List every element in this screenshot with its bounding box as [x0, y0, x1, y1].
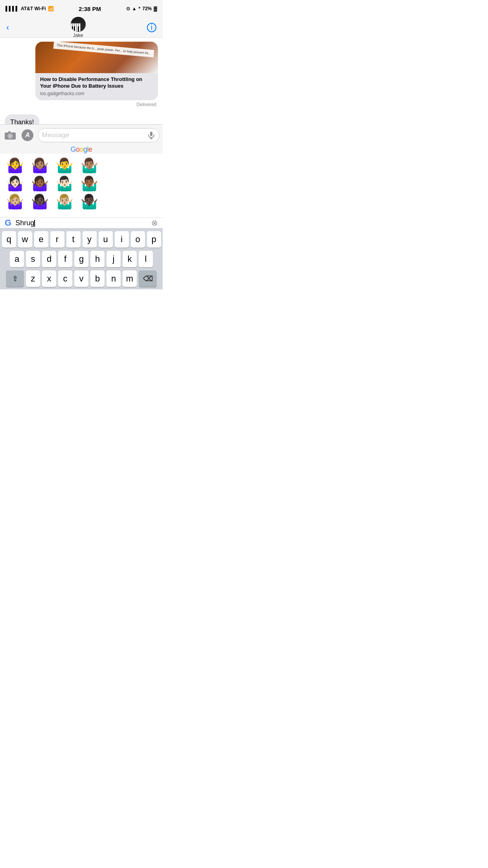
apps-button[interactable]: A — [20, 128, 35, 142]
key-z[interactable]: z — [26, 270, 40, 287]
key-e[interactable]: e — [34, 231, 48, 248]
key-h[interactable]: h — [90, 251, 105, 267]
mic-icon[interactable] — [147, 131, 155, 139]
emoji-shrug-9[interactable]: 🤷🏼‍♀️ — [6, 195, 24, 209]
input-bar: A Message — [0, 124, 163, 145]
black-key — [78, 26, 79, 32]
carrier-label: AT&T Wi-Fi — [21, 6, 46, 11]
keyboard-search-bar[interactable]: G Shrug ⊗ — [0, 217, 163, 228]
key-x[interactable]: x — [42, 270, 56, 287]
key-f[interactable]: f — [58, 251, 72, 267]
key-v[interactable]: v — [74, 270, 88, 287]
key-row-1: q w e r t y u i o p — [1, 231, 161, 248]
g-letter-yellow: o — [79, 145, 83, 153]
location-icon: ▲ — [132, 6, 137, 11]
black-key — [72, 26, 73, 32]
key-n[interactable]: n — [106, 270, 121, 287]
contact-info[interactable]: Jake — [71, 17, 86, 38]
link-image-overlay: This iPhone because the b... peak power.… — [53, 42, 154, 57]
text-cursor — [34, 220, 35, 227]
status-bar: ▌▌▌▌ AT&T Wi-Fi 📶 2:38 PM ⊙ ▲ * 72% ▓ — [0, 0, 163, 17]
keyboard-area: q w e r t y u i o p a s d f g h j k l ⇧ … — [0, 228, 163, 289]
key-j[interactable]: j — [106, 251, 121, 267]
google-logo: Google — [70, 145, 92, 154]
search-typed[interactable]: Shrug — [15, 219, 147, 227]
emoji-shrug-11[interactable]: 🤷🏼‍♂️ — [56, 195, 73, 209]
message-placeholder: Message — [42, 131, 147, 139]
google-header: Google — [0, 145, 163, 154]
google-g-logo: G — [5, 218, 11, 228]
nav-bar: ‹ Jake i — [0, 17, 163, 38]
emoji-shrug-10[interactable]: 🤷🏿‍♀️ — [31, 195, 49, 209]
back-button[interactable]: ‹ — [6, 22, 9, 33]
key-u[interactable]: u — [99, 231, 113, 248]
info-icon: i — [151, 23, 152, 32]
piano-keys — [71, 17, 86, 32]
svg-text:A: A — [25, 132, 30, 138]
emoji-shrug-7[interactable]: 🤷🏻‍♂️ — [56, 177, 73, 191]
battery-icon: ▓ — [154, 6, 157, 11]
emoji-shrug-8[interactable]: 🤷🏾‍♂️ — [81, 177, 98, 191]
key-b[interactable]: b — [90, 270, 105, 287]
g-letter-blue: G — [70, 145, 76, 153]
emoji-results: 🤷‍♀️ 🤷🏽‍♀️ 🤷‍♂️ 🤷🏽‍♂️ 🤷🏻‍♀️ 🤷🏾‍♀️ 🤷🏻‍♂️ … — [0, 154, 163, 217]
received-bubble: Thanks! — [5, 114, 39, 124]
message-input-wrap[interactable]: Message — [38, 128, 160, 142]
emoji-shrug-3[interactable]: 🤷‍♂️ — [56, 158, 73, 173]
emoji-row-1: 🤷‍♀️ 🤷🏽‍♀️ 🤷‍♂️ 🤷🏽‍♂️ — [6, 158, 156, 173]
emoji-row-3: 🤷🏼‍♀️ 🤷🏿‍♀️ 🤷🏼‍♂️ 🤷🏿‍♂️ — [6, 195, 156, 209]
key-m[interactable]: m — [123, 270, 137, 287]
shift-key[interactable]: ⇧ — [6, 270, 24, 287]
backspace-key[interactable]: ⌫ — [139, 270, 157, 287]
google-keyboard: Google 🤷‍♀️ 🤷🏽‍♀️ 🤷‍♂️ 🤷🏽‍♂️ 🤷🏻‍♀️ 🤷🏾‍♀️… — [0, 145, 163, 281]
link-content: How to Disable Performance Throttling on… — [35, 73, 158, 100]
emoji-shrug-1[interactable]: 🤷‍♀️ — [6, 158, 24, 173]
emoji-shrug-5[interactable]: 🤷🏻‍♀️ — [6, 177, 24, 191]
key-row-3: ⇧ z x c v b n m ⌫ — [1, 270, 161, 287]
g-letter-red2: e — [88, 145, 92, 153]
link-image: This iPhone because the b... peak power.… — [35, 42, 158, 73]
delivered-status: Delivered — [5, 102, 156, 107]
bluetooth-icon: * — [139, 6, 141, 11]
battery-label: 72% — [142, 6, 152, 11]
key-d[interactable]: d — [42, 251, 56, 267]
key-a[interactable]: a — [10, 251, 24, 267]
screen-time-icon: ⊙ — [126, 6, 130, 11]
status-right: ⊙ ▲ * 72% ▓ — [126, 6, 157, 11]
key-r[interactable]: r — [50, 231, 64, 248]
contact-avatar — [71, 17, 86, 32]
emoji-shrug-4[interactable]: 🤷🏽‍♂️ — [81, 158, 98, 173]
svg-rect-6 — [150, 132, 152, 136]
key-w[interactable]: w — [18, 231, 32, 248]
key-t[interactable]: t — [66, 231, 81, 248]
key-o[interactable]: o — [131, 231, 145, 248]
time-display: 2:38 PM — [79, 6, 101, 12]
key-q[interactable]: q — [2, 231, 16, 248]
received-message-wrap: Thanks! — [5, 110, 158, 124]
emoji-shrug-6[interactable]: 🤷🏾‍♀️ — [31, 177, 49, 191]
emoji-row-2: 🤷🏻‍♀️ 🤷🏾‍♀️ 🤷🏻‍♂️ 🤷🏾‍♂️ — [6, 177, 156, 191]
search-text: Shrug — [15, 219, 34, 227]
key-i[interactable]: i — [115, 231, 129, 248]
messages-area: This iPhone because the b... peak power.… — [0, 38, 163, 124]
black-key — [74, 26, 75, 32]
emoji-shrug-2[interactable]: 🤷🏽‍♀️ — [31, 158, 49, 173]
signal-icon: ▌▌▌▌ — [6, 6, 19, 11]
key-c[interactable]: c — [58, 270, 72, 287]
g-letter-blue2: g — [83, 145, 87, 153]
key-p[interactable]: p — [147, 231, 161, 248]
clear-search-button[interactable]: ⊗ — [151, 218, 158, 228]
key-k[interactable]: k — [123, 251, 137, 267]
info-button[interactable]: i — [147, 23, 156, 32]
key-s[interactable]: s — [26, 251, 40, 267]
wifi-icon: 📶 — [48, 6, 54, 11]
svg-point-2 — [9, 135, 11, 137]
key-g[interactable]: g — [74, 251, 88, 267]
key-l[interactable]: l — [139, 251, 153, 267]
g-icon-blue: G — [5, 218, 11, 228]
link-bubble[interactable]: This iPhone because the b... peak power.… — [35, 42, 158, 100]
camera-button[interactable] — [3, 128, 17, 142]
camera-icon — [5, 131, 16, 140]
key-y[interactable]: y — [83, 231, 97, 248]
emoji-shrug-12[interactable]: 🤷🏿‍♂️ — [81, 195, 98, 209]
